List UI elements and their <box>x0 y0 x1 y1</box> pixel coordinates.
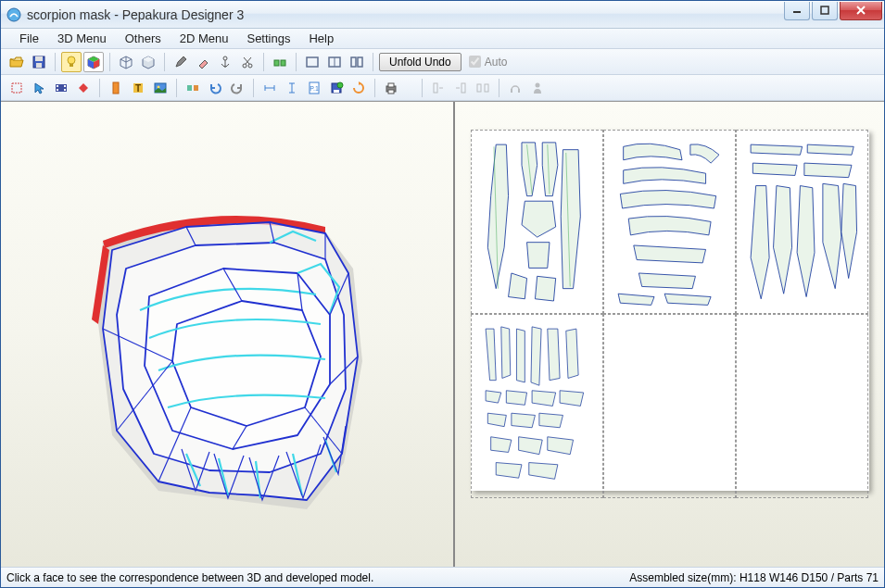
unfold-undo-button[interactable]: Unfold Undo <box>379 53 461 71</box>
auto-checkbox-input[interactable] <box>469 56 481 68</box>
text-icon[interactable]: T <box>128 78 148 98</box>
menu-file[interactable]: File <box>10 30 48 47</box>
svg-rect-34 <box>187 85 192 91</box>
svg-rect-49 <box>388 90 394 94</box>
svg-rect-29 <box>113 82 119 94</box>
viewport-2d[interactable] <box>455 102 884 567</box>
viewport-3d[interactable] <box>1 102 455 567</box>
svg-rect-50 <box>434 83 437 93</box>
join-icon[interactable] <box>183 78 203 98</box>
svg-rect-18 <box>307 57 318 67</box>
svg-rect-26 <box>57 89 58 91</box>
svg-point-8 <box>68 56 75 64</box>
maximize-button[interactable] <box>812 2 838 20</box>
menu-2d[interactable]: 2D Menu <box>171 30 238 47</box>
svg-rect-52 <box>461 83 465 93</box>
svg-rect-21 <box>351 57 356 67</box>
unfold-icon[interactable] <box>270 52 290 72</box>
refresh-icon[interactable] <box>348 78 369 98</box>
dim-both-icon[interactable] <box>473 78 493 98</box>
svg-text:T: T <box>135 83 141 94</box>
align-h-icon[interactable] <box>259 78 280 98</box>
select-rect-icon[interactable] <box>6 78 27 98</box>
svg-rect-7 <box>36 63 42 68</box>
svg-rect-27 <box>64 85 66 87</box>
undo-icon[interactable] <box>205 78 225 98</box>
erase-red-icon[interactable] <box>73 78 94 98</box>
status-info: Assembled size(mm): H118 W146 D150 / Par… <box>629 571 879 584</box>
dim-left-icon[interactable] <box>428 78 449 98</box>
svg-rect-54 <box>477 84 481 92</box>
svg-point-10 <box>223 56 227 60</box>
svg-point-13 <box>248 64 252 68</box>
scissors-icon[interactable] <box>237 52 258 72</box>
menubar: File 3D Menu Others 2D Menu Settings Hel… <box>1 29 884 49</box>
anchor-icon[interactable] <box>215 52 235 72</box>
svg-point-12 <box>243 64 247 68</box>
statusbar: Click a face to see the correspondence b… <box>1 567 884 587</box>
auto-checkbox[interactable]: Auto <box>469 56 508 69</box>
titlebar: scorpion mask - Pepakura Designer 3 <box>1 1 884 29</box>
print-icon[interactable] <box>381 78 401 98</box>
window-single-icon[interactable] <box>302 52 322 72</box>
redo-icon[interactable] <box>227 78 247 98</box>
auto-label: Auto <box>485 56 508 69</box>
menu-3d[interactable]: 3D Menu <box>48 30 116 47</box>
save-icon[interactable] <box>29 52 49 72</box>
svg-rect-28 <box>64 89 66 91</box>
film-icon[interactable] <box>51 78 71 98</box>
svg-point-46 <box>337 82 343 88</box>
cube-wire-icon[interactable] <box>116 52 136 72</box>
page-3[interactable] <box>736 130 868 314</box>
app-icon <box>6 7 21 22</box>
minimize-button[interactable] <box>784 2 810 20</box>
eraser-icon[interactable] <box>193 52 213 72</box>
svg-rect-23 <box>12 83 21 93</box>
window-split-icon[interactable] <box>324 52 345 72</box>
page-4[interactable] <box>471 314 603 498</box>
svg-rect-57 <box>518 89 520 93</box>
move-orange-icon[interactable] <box>106 78 126 98</box>
dim-right-icon[interactable] <box>450 78 471 98</box>
page-6[interactable] <box>736 314 868 498</box>
headphone-icon[interactable] <box>505 78 525 98</box>
svg-rect-22 <box>358 57 362 67</box>
window-title: scorpion mask - Pepakura Designer 3 <box>27 7 782 22</box>
svg-rect-9 <box>70 64 73 67</box>
image-icon[interactable] <box>150 78 171 98</box>
svg-rect-48 <box>388 83 394 87</box>
menu-others[interactable]: Others <box>116 30 171 47</box>
svg-rect-25 <box>57 85 58 87</box>
svg-rect-35 <box>194 85 198 91</box>
svg-rect-16 <box>274 60 279 66</box>
model-3d-render <box>47 176 418 528</box>
status-hint: Click a face to see the correspondence b… <box>6 571 629 584</box>
pen-icon[interactable] <box>171 52 191 72</box>
align-v-icon[interactable] <box>282 78 302 98</box>
svg-rect-6 <box>35 56 43 61</box>
page-2[interactable] <box>603 130 736 314</box>
svg-text:P.1: P.1 <box>310 85 319 92</box>
svg-rect-45 <box>334 90 339 93</box>
lightbulb-icon[interactable] <box>61 52 82 72</box>
page-1[interactable] <box>471 130 603 314</box>
close-button[interactable] <box>840 2 882 20</box>
window-alt-icon[interactable] <box>347 52 367 72</box>
svg-point-0 <box>7 8 20 21</box>
page-5[interactable] <box>603 314 736 498</box>
unfold-pages <box>471 130 869 491</box>
svg-rect-2 <box>821 6 828 14</box>
cube-color-icon[interactable] <box>83 52 104 72</box>
open-icon[interactable] <box>6 52 27 72</box>
toolbar-primary: Unfold Undo Auto <box>1 49 884 75</box>
svg-rect-56 <box>511 89 512 93</box>
person-icon[interactable] <box>527 78 548 98</box>
menu-help[interactable]: Help <box>299 30 343 47</box>
cube-flat-icon[interactable] <box>138 52 158 72</box>
save-disk-icon[interactable] <box>326 78 347 98</box>
toolbar-secondary: T P.1 <box>1 75 884 101</box>
select-arrow-icon[interactable] <box>29 78 49 98</box>
menu-settings[interactable]: Settings <box>237 30 299 47</box>
svg-point-58 <box>536 82 540 87</box>
page-setup-icon[interactable]: P.1 <box>304 78 324 98</box>
